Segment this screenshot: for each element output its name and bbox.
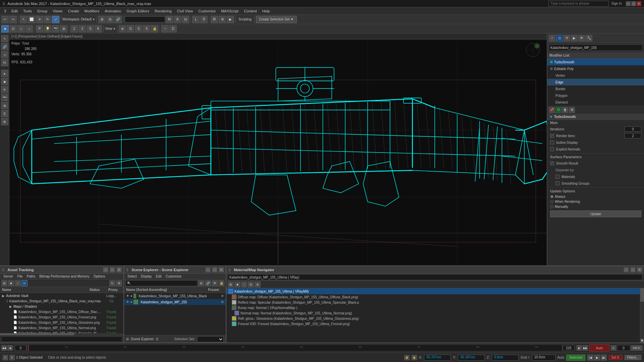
- lock-btn2[interactable]: 🔒: [412, 355, 417, 360]
- lt-shape-btn[interactable]: ◆: [1, 78, 8, 85]
- ghosting-btn[interactable]: G: [127, 25, 134, 33]
- mat-row-fresnel[interactable]: Fresnel IOR: Fresnel (Kalashnikov_Shotgu…: [226, 321, 640, 326]
- mat-tb-btn2[interactable]: ■: [234, 282, 240, 288]
- filters-button[interactable]: Filters...: [625, 355, 641, 360]
- ts-smooth-check[interactable]: [550, 161, 554, 165]
- scene-search[interactable]: 🔍: [125, 280, 198, 286]
- mat-scroll-down[interactable]: ▼: [640, 339, 644, 343]
- current-frame-input[interactable]: [617, 345, 630, 351]
- scene-toolbar-btn4[interactable]: 🔒: [218, 280, 224, 286]
- scene-menu-select[interactable]: Select: [125, 274, 139, 279]
- viewport-clay-btn[interactable]: ○: [25, 25, 33, 33]
- menu-views[interactable]: Views: [50, 8, 65, 14]
- animate-button[interactable]: Auto: [589, 344, 609, 352]
- ts-iterations-input[interactable]: [625, 126, 641, 132]
- timeline-track[interactable]: 10 20 30 40 50 60 70 80 90: [27, 345, 562, 351]
- lt-bind-btn[interactable]: ⊃: [1, 51, 8, 58]
- ts-normals-check[interactable]: [550, 147, 554, 151]
- lt-helper-btn[interactable]: ⊕: [1, 102, 8, 109]
- mat-row-normal[interactable]: Normal map: Normal (Kalashnikov_Shotgun_…: [226, 310, 640, 316]
- ts-section-header[interactable]: ▼ TurboSmooth: [547, 114, 644, 120]
- scene-row-black[interactable]: 👁 ● Kalashnikov_Shotgun_MP_155_Ultima_Bl…: [124, 293, 226, 299]
- scene-row-main[interactable]: 👁 ● Kalashnikov_shotgun_MP_155 ⚙: [124, 299, 226, 305]
- ts-update-button[interactable]: Update: [550, 210, 641, 217]
- scene-menu-edit[interactable]: Edit: [154, 274, 164, 279]
- menu-create[interactable]: Create: [65, 8, 82, 14]
- make-unique-icon[interactable]: U: [555, 107, 561, 113]
- show-stats-btn[interactable]: S: [135, 25, 142, 33]
- start-frame-input[interactable]: [15, 345, 26, 351]
- asset-row-glossines[interactable]: 📄 Kalashnikov_Shotgun_MP_155_Ultima_Glos…: [0, 320, 123, 325]
- ts-isoline-check[interactable]: [550, 140, 554, 144]
- hierarchy-icon[interactable]: H: [564, 35, 570, 42]
- sign-in-link[interactable]: Sign In: [611, 2, 622, 5]
- status-icon1[interactable]: S: [3, 355, 8, 360]
- scale-button[interactable]: ⤢: [52, 16, 59, 23]
- create-selection-button[interactable]: Create Selection Set ▼: [256, 16, 297, 23]
- camera-btn[interactable]: 📷: [52, 25, 59, 33]
- asset-refresh-btn[interactable]: ↻: [109, 280, 115, 286]
- minimize-button[interactable]: ─: [626, 1, 631, 6]
- ribbon-button[interactable]: R: [200, 16, 208, 23]
- lt-geo-btn[interactable]: ●: [1, 70, 8, 77]
- menu-tools[interactable]: Tools: [20, 8, 35, 14]
- config-mods-icon[interactable]: ⚙: [569, 107, 575, 113]
- lt-system-btn[interactable]: ⚙: [1, 118, 8, 125]
- viewport-box-btn[interactable]: □: [17, 25, 25, 33]
- scene-toolbar-btn2[interactable]: 🔗: [205, 280, 211, 286]
- menu-graph-editors[interactable]: Graph Editors: [124, 8, 152, 14]
- asset-tb-btn1[interactable]: ⊞: [1, 280, 7, 286]
- lt-link-btn[interactable]: 🔗: [1, 43, 8, 50]
- asset-menu-paths[interactable]: Paths: [25, 274, 38, 279]
- timeline-prev-frame-btn[interactable]: ◀: [7, 345, 13, 351]
- search-input[interactable]: [548, 1, 609, 7]
- asset-minimize-btn[interactable]: ─: [103, 267, 108, 272]
- status-icon2[interactable]: E: [9, 355, 15, 360]
- mat-row-bump[interactable]: Bump map: Normal ( VRayNormalMap ): [226, 305, 640, 310]
- spinner-snap-btn[interactable]: S: [87, 25, 94, 33]
- scene-minimize-btn[interactable]: ─: [206, 267, 210, 272]
- snap2d-btn[interactable]: 2: [70, 25, 78, 33]
- mat-minimize-btn[interactable]: ─: [624, 267, 629, 272]
- mat-tb-btn1[interactable]: ⊞: [228, 282, 234, 288]
- ts-always-radio[interactable]: [550, 195, 553, 198]
- asset-menu-options[interactable]: Options: [92, 274, 107, 279]
- ts-smoothgroups-check[interactable]: [555, 181, 559, 185]
- mat-close-btn[interactable]: ✕: [637, 267, 642, 272]
- undo-button[interactable]: ↩: [1, 16, 9, 23]
- menu-content[interactable]: Content: [241, 8, 260, 14]
- timeline-next-btn[interactable]: ▶▶: [583, 345, 588, 351]
- y-coord[interactable]: 26.187cm: [458, 355, 485, 361]
- create-panel-icon[interactable]: +: [549, 35, 555, 42]
- asset-row-vault[interactable]: ▶ Autodesk Vault Logg...: [0, 293, 123, 298]
- ts-renderiters-check[interactable]: [550, 134, 554, 138]
- scene-menu-display[interactable]: Display: [139, 274, 154, 279]
- mirror-button[interactable]: M: [166, 16, 173, 23]
- remove-mod-icon[interactable]: 🗑: [562, 107, 568, 113]
- dope-sheet-btn[interactable]: D: [169, 25, 177, 33]
- x-coord[interactable]: 65.707cm: [424, 355, 451, 361]
- maximize-button[interactable]: □: [631, 1, 636, 6]
- transform-gizmo-btn[interactable]: ⊕: [119, 25, 126, 33]
- asset-menu-file[interactable]: File: [15, 274, 24, 279]
- mat-tb-btn4[interactable]: ⊟: [248, 282, 254, 288]
- render-button[interactable]: ▶: [227, 16, 234, 23]
- end-frame-input[interactable]: [563, 345, 575, 351]
- timeline-next-frame-btn[interactable]: ▶: [577, 345, 582, 351]
- lt-sel-btn[interactable]: ↖: [1, 35, 8, 42]
- mat-row-root[interactable]: Kalashnikov_shotgun_MP_155_Ultima ( VRay…: [226, 288, 640, 294]
- mat-row-gloss[interactable]: Refl. gloss.: Glossiness (Kalashnikov_Sh…: [226, 316, 640, 321]
- lock-selection-btn[interactable]: 🔒: [404, 355, 410, 360]
- display-icon[interactable]: 👁: [578, 35, 585, 42]
- asset-tb-btn4[interactable]: ⊟: [21, 280, 28, 286]
- asset-scrollbar[interactable]: [0, 333, 123, 335]
- scene-toolbar-btn3[interactable]: 👁: [212, 280, 218, 286]
- poly-count-btn[interactable]: P: [36, 25, 43, 33]
- asset-path-input[interactable]: [1, 337, 122, 342]
- asset-maximize-btn[interactable]: □: [110, 267, 115, 272]
- light-btn[interactable]: 💡: [44, 25, 51, 33]
- lt-light2-btn[interactable]: ☀: [1, 86, 8, 93]
- move-button[interactable]: ✛: [36, 16, 43, 23]
- asset-menu-bitmap[interactable]: Bitmap Performance and Memory: [37, 274, 92, 279]
- asset-tb-btn2[interactable]: ■: [8, 280, 14, 286]
